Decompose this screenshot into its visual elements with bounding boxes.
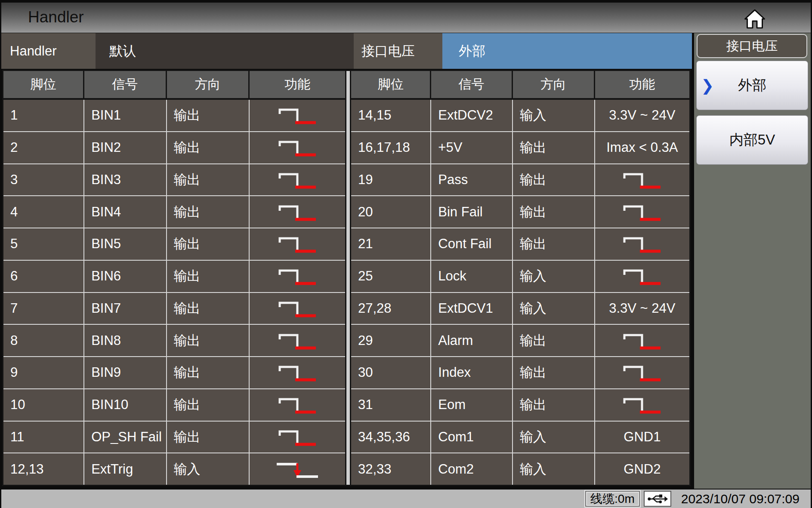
column-header-pin: 脚位 bbox=[351, 71, 431, 98]
direction-cell: 输出 bbox=[167, 293, 250, 324]
function-cell bbox=[595, 228, 689, 260]
direction-cell: 输出 bbox=[167, 261, 250, 292]
table-divider bbox=[346, 70, 350, 486]
signal-cell: Alarm bbox=[431, 325, 513, 356]
signal-cell: BIN8 bbox=[84, 325, 167, 356]
active-low-pulse-icon bbox=[276, 331, 319, 351]
signal-cell: Eom bbox=[431, 389, 513, 421]
tab-interface-voltage-label: 接口电压 bbox=[354, 33, 442, 69]
column-header-signal: 信号 bbox=[84, 71, 167, 98]
direction-cell: 输出 bbox=[167, 325, 250, 356]
signal-cell: BIN6 bbox=[84, 261, 167, 292]
signal-cell: Cont Fail bbox=[431, 228, 513, 260]
table-row: 30Index输出 bbox=[351, 357, 689, 389]
signal-cell: Lock bbox=[431, 261, 513, 292]
left-table: 脚位 信号 方向 功能 1BIN1输出 2BIN2输出 3BIN3输出 4BIN… bbox=[2, 70, 346, 486]
function-cell bbox=[595, 357, 689, 388]
function-cell bbox=[250, 228, 345, 260]
signal-cell: BIN4 bbox=[84, 196, 167, 228]
table-row: 20Bin Fail输出 bbox=[351, 196, 689, 228]
handler-screen: Handler Handler 默认 接口电压 外部 脚位 信号 方向 功能 1… bbox=[0, 0, 812, 508]
signal-cell: Com1 bbox=[431, 422, 513, 453]
active-low-pulse-icon bbox=[276, 395, 319, 415]
pin-cell: 25 bbox=[351, 261, 431, 292]
left-table-header: 脚位 信号 方向 功能 bbox=[3, 71, 345, 100]
usb-indicator bbox=[644, 491, 671, 507]
tab-interface-voltage-value[interactable]: 外部 bbox=[442, 33, 692, 69]
table-row: 5BIN5输出 bbox=[3, 228, 345, 261]
function-cell: 3.3V ~ 24V bbox=[595, 293, 689, 324]
direction-cell: 输出 bbox=[513, 196, 595, 228]
table-row: 19Pass输出 bbox=[351, 164, 689, 197]
function-cell: GND1 bbox=[595, 422, 689, 453]
sidebar: 接口电压 ❯ 外部 内部5V bbox=[694, 33, 811, 489]
direction-cell: 输出 bbox=[513, 132, 595, 163]
status-bar: 线缆:0m 2023/10/07 09:07:09 bbox=[1, 490, 811, 508]
column-header-direction: 方向 bbox=[167, 71, 250, 98]
signal-cell: Index bbox=[431, 357, 513, 388]
direction-cell: 输入 bbox=[513, 100, 595, 131]
home-icon[interactable] bbox=[741, 6, 768, 32]
function-cell bbox=[250, 422, 345, 453]
right-table-header: 脚位 信号 方向 功能 bbox=[351, 71, 689, 100]
active-low-pulse-icon bbox=[276, 427, 319, 447]
direction-cell: 输出 bbox=[167, 196, 250, 228]
home-icon-glyph bbox=[744, 7, 766, 31]
function-cell: 3.3V ~ 24V bbox=[595, 100, 689, 131]
sidebar-button-label: 内部5V bbox=[729, 130, 775, 150]
table-row: 3BIN3输出 bbox=[3, 164, 345, 197]
table-row: 9BIN9输出 bbox=[3, 357, 345, 389]
direction-cell: 输出 bbox=[167, 389, 250, 421]
signal-cell: +5V bbox=[431, 132, 513, 163]
pin-cell: 12,13 bbox=[3, 453, 84, 485]
table-row: 31Eom输出 bbox=[351, 389, 689, 422]
function-cell bbox=[595, 261, 689, 292]
signal-cell: Pass bbox=[431, 164, 513, 196]
function-cell bbox=[250, 293, 345, 324]
table-row: 11OP_SH Fail输出 bbox=[3, 422, 345, 454]
pin-cell: 9 bbox=[3, 357, 84, 388]
direction-cell: 输出 bbox=[167, 164, 250, 196]
function-cell bbox=[595, 325, 689, 356]
column-header-function: 功能 bbox=[250, 71, 345, 98]
direction-cell: 输入 bbox=[513, 293, 595, 324]
active-low-pulse-icon bbox=[276, 363, 319, 382]
table-row: 8BIN8输出 bbox=[3, 325, 345, 357]
table-row: 25Lock输入 bbox=[351, 261, 689, 293]
pin-cell: 1 bbox=[3, 100, 84, 131]
sidebar-button-internal-5v[interactable]: 内部5V bbox=[696, 115, 808, 165]
column-header-signal: 信号 bbox=[431, 71, 513, 98]
table-row: 4BIN4输出 bbox=[3, 196, 345, 228]
pin-cell: 4 bbox=[3, 196, 84, 228]
active-low-pulse-icon bbox=[621, 234, 664, 254]
signal-cell: BIN10 bbox=[84, 389, 167, 421]
direction-cell: 输出 bbox=[513, 389, 595, 421]
pin-cell: 21 bbox=[351, 228, 431, 260]
active-low-pulse-icon bbox=[276, 138, 319, 157]
table-row: 27,28ExtDCV1输入3.3V ~ 24V bbox=[351, 293, 689, 325]
sidebar-button-external[interactable]: ❯ 外部 bbox=[696, 61, 808, 110]
tab-bar: Handler 默认 接口电压 外部 bbox=[1, 33, 692, 69]
signal-cell: OP_SH Fail bbox=[84, 422, 167, 453]
signal-cell: BIN1 bbox=[84, 100, 167, 131]
active-low-pulse-icon bbox=[276, 105, 319, 125]
page-title: Handler bbox=[28, 8, 84, 26]
function-cell bbox=[250, 261, 345, 292]
active-low-pulse-icon bbox=[621, 170, 664, 190]
sidebar-header-interface-voltage: 接口电压 bbox=[697, 34, 807, 58]
tab-handler-value[interactable]: 默认 bbox=[96, 33, 354, 69]
active-low-pulse-icon bbox=[621, 331, 664, 351]
direction-cell: 输入 bbox=[513, 422, 595, 453]
datetime-display: 2023/10/07 09:07:09 bbox=[681, 492, 800, 506]
signal-cell: BIN5 bbox=[84, 228, 167, 260]
column-header-direction: 方向 bbox=[513, 71, 595, 98]
pin-cell: 14,15 bbox=[351, 100, 431, 131]
left-table-body: 1BIN1输出 2BIN2输出 3BIN3输出 4BIN4输出 5BIN5输出 … bbox=[3, 100, 345, 485]
function-cell: GND2 bbox=[595, 453, 689, 485]
active-low-pulse-icon bbox=[621, 363, 664, 382]
active-low-pulse-icon bbox=[276, 234, 319, 254]
function-cell bbox=[250, 196, 345, 228]
signal-cell: BIN9 bbox=[84, 357, 167, 388]
signal-cell: Bin Fail bbox=[431, 196, 513, 228]
table-row: 2BIN2输出 bbox=[3, 132, 345, 164]
